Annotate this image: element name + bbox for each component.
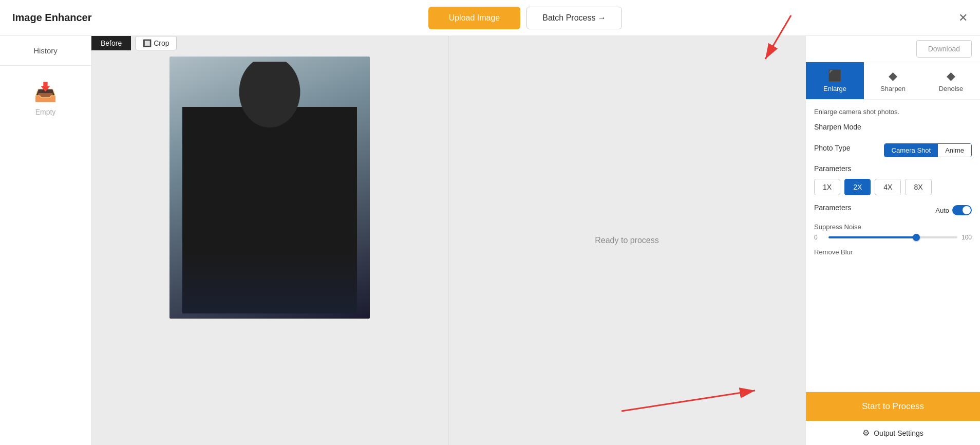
params-auto-label: Parameters	[814, 203, 851, 212]
sidebar-item-history[interactable]: History	[0, 36, 91, 66]
crop-button[interactable]: 🔲 Crop	[135, 36, 177, 50]
photo-type-toggle: Camera Shot Anime	[884, 143, 972, 157]
before-image	[169, 57, 370, 319]
remove-blur-label: Remove Blur	[814, 248, 972, 256]
slider-max-label: 100	[962, 234, 972, 241]
inbox-icon: 📥	[34, 81, 57, 103]
before-label: Before	[91, 36, 131, 50]
gear-icon: ⚙	[862, 428, 870, 438]
scale-group: 1X 2X 4X 8X	[814, 179, 972, 195]
panel-content: Enlarge camera shot photos. Sharpen Mode…	[806, 100, 980, 392]
sidebar-empty-label: Empty	[35, 108, 56, 116]
main-layout: History 📥 Empty Before 🔲 Crop Ready to p…	[0, 36, 980, 445]
sharpen-icon: ◆	[889, 69, 897, 83]
header-actions: Upload Image Batch Process →	[428, 7, 622, 29]
noise-slider-thumb	[913, 234, 920, 241]
batch-process-button[interactable]: Batch Process →	[526, 7, 622, 29]
auto-params-row: Parameters Auto	[814, 203, 972, 217]
photo-type-row: Photo Type Camera Shot Anime	[814, 143, 972, 157]
close-button[interactable]: ✕	[958, 12, 968, 24]
slider-min-label: 0	[814, 234, 824, 241]
upload-image-button[interactable]: Upload Image	[428, 7, 521, 29]
tab-enlarge[interactable]: ⬛ Enlarge	[806, 62, 864, 99]
header: Image Enhancer Upload Image Batch Proces…	[0, 0, 980, 36]
auto-toggle-switch[interactable]	[952, 205, 972, 215]
app-title: Image Enhancer	[12, 12, 92, 24]
before-panel: Before 🔲 Crop	[91, 36, 448, 445]
auto-toggle-group: Auto	[935, 205, 972, 215]
enlarge-icon: ⬛	[828, 69, 842, 83]
output-settings-row[interactable]: ⚙ Output Settings	[806, 421, 980, 445]
bottom-section: Start to Process ⚙ Output Settings	[806, 392, 980, 445]
tab-denoise-label: Denoise	[939, 85, 964, 92]
noise-slider-row: 0 100	[814, 234, 972, 241]
tab-enlarge-label: Enlarge	[823, 85, 846, 92]
suppress-noise-label: Suppress Noise	[814, 223, 972, 231]
download-button[interactable]: Download	[916, 40, 972, 58]
tool-tabs: ⬛ Enlarge ◆ Sharpen ◆ Denoise	[806, 62, 980, 100]
denoise-icon: ◆	[947, 69, 955, 83]
sharpen-mode-label: Sharpen Mode	[814, 123, 861, 131]
panel-label-bar: Before 🔲 Crop	[91, 36, 177, 50]
photo-type-camera-btn[interactable]: Camera Shot	[884, 144, 938, 157]
right-panel-header: Download	[806, 36, 980, 62]
tab-sharpen[interactable]: ◆ Sharpen	[864, 62, 922, 99]
output-settings-label: Output Settings	[874, 429, 924, 437]
panel-description: Enlarge camera shot photos.	[814, 108, 972, 116]
scale-8x-btn[interactable]: 8X	[905, 179, 931, 195]
after-panel: Ready to process	[448, 36, 805, 445]
scale-2x-btn[interactable]: 2X	[844, 179, 871, 195]
sidebar: History 📥 Empty	[0, 36, 91, 445]
sharpen-mode-row: Sharpen Mode	[814, 123, 972, 136]
noise-slider[interactable]	[828, 236, 957, 238]
parameters-label: Parameters	[814, 164, 972, 173]
sidebar-empty-section: 📥 Empty	[34, 66, 57, 126]
photo-type-label: Photo Type	[814, 144, 851, 152]
scale-4x-btn[interactable]: 4X	[875, 179, 901, 195]
scale-1x-btn[interactable]: 1X	[814, 179, 840, 195]
start-process-button[interactable]: Start to Process	[806, 392, 980, 421]
right-panel: Download ⬛ Enlarge ◆ Sharpen ◆ Denoise E…	[805, 36, 980, 445]
auto-text-label: Auto	[935, 207, 949, 214]
ready-text: Ready to process	[595, 236, 659, 245]
photo-type-anime-btn[interactable]: Anime	[938, 144, 971, 157]
image-area: Before 🔲 Crop Ready to process	[91, 36, 805, 445]
tab-sharpen-label: Sharpen	[880, 85, 906, 92]
tab-denoise[interactable]: ◆ Denoise	[922, 62, 980, 99]
